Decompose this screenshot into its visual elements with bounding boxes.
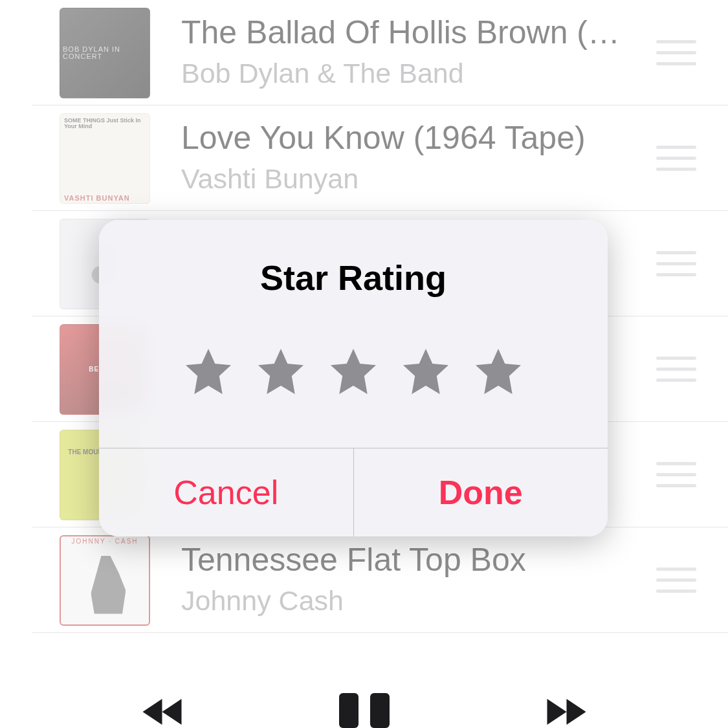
star-icon[interactable] — [181, 344, 236, 399]
player-bar — [0, 670, 728, 728]
song-text: Tennessee Flat Top Box Johnny Cash — [150, 540, 650, 619]
dialog-header: Star Rating — [99, 220, 608, 298]
reorder-handle[interactable] — [650, 422, 702, 527]
pause-icon — [339, 693, 390, 728]
song-artist: Johnny Cash — [181, 582, 637, 619]
song-artist: Vashti Bunyan — [181, 160, 637, 197]
star-icon[interactable] — [471, 344, 525, 399]
list-item[interactable]: The Ballad Of Hollis Brown (L… Bob Dylan… — [0, 0, 728, 105]
song-artist: Bob Dylan & The Band — [181, 54, 637, 92]
reorder-handle[interactable] — [650, 0, 702, 105]
album-art — [60, 113, 150, 204]
reorder-handle[interactable] — [650, 527, 702, 633]
drag-icon — [656, 462, 696, 487]
list-item[interactable]: Tennessee Flat Top Box Johnny Cash — [0, 527, 728, 633]
next-track-button[interactable] — [536, 689, 594, 728]
star-rating-dialog: Star Rating Cancel Done — [99, 220, 608, 536]
star-row — [99, 298, 608, 448]
album-art — [60, 8, 150, 98]
song-text: Love You Know (1964 Tape) Vashti Bunyan — [150, 118, 650, 197]
song-title: Love You Know (1964 Tape) — [181, 118, 637, 157]
pause-button[interactable] — [335, 689, 393, 728]
dialog-buttons: Cancel Done — [99, 448, 608, 536]
star-icon[interactable] — [326, 344, 381, 399]
song-title: Tennessee Flat Top Box — [181, 540, 637, 579]
reorder-handle[interactable] — [650, 105, 702, 211]
drag-icon — [656, 357, 696, 382]
previous-track-button[interactable] — [135, 689, 193, 728]
reorder-handle[interactable] — [650, 316, 702, 422]
dialog-title: Star Rating — [118, 258, 588, 298]
drag-icon — [656, 40, 696, 65]
song-title: The Ballad Of Hollis Brown (L… — [181, 13, 637, 52]
done-button[interactable]: Done — [353, 448, 608, 536]
star-icon[interactable] — [399, 344, 453, 399]
cancel-button[interactable]: Cancel — [99, 448, 353, 536]
drag-icon — [656, 568, 696, 593]
drag-icon — [656, 251, 696, 276]
star-icon[interactable] — [254, 344, 308, 399]
song-text: The Ballad Of Hollis Brown (L… Bob Dylan… — [150, 13, 650, 92]
drag-icon — [656, 146, 696, 171]
list-item[interactable]: Love You Know (1964 Tape) Vashti Bunyan — [0, 105, 728, 211]
reorder-handle[interactable] — [650, 211, 702, 316]
album-art — [60, 535, 150, 626]
